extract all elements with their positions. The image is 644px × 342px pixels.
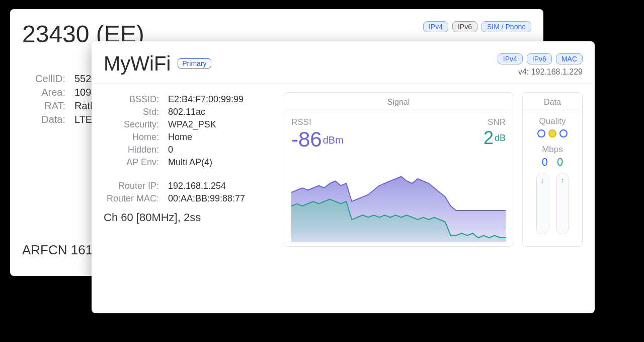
value-hidden: 0 xyxy=(168,145,173,155)
label-home: Home: xyxy=(104,132,159,143)
label-data: Data: xyxy=(22,114,65,125)
value-bssid: E2:B4:F7:00:99:99 xyxy=(168,94,244,105)
arfcn-line: ARFCN 161 xyxy=(22,242,93,258)
rssi-label: RSSI xyxy=(291,117,344,127)
label-hidden: Hidden: xyxy=(104,145,159,155)
data-panel-title: Data xyxy=(523,93,582,112)
front-tabs: IPv4 IPv6 MAC xyxy=(498,53,583,64)
label-cellid: CellID: xyxy=(22,73,65,85)
back-tabs: IPv4 IPv6 SIM / Phone xyxy=(423,21,531,32)
mbps-down-value: 0 xyxy=(542,156,548,169)
signal-panel-title: Signal xyxy=(284,93,513,112)
tab-ipv6[interactable]: IPv6 xyxy=(527,53,552,64)
mbps-label: Mbps xyxy=(523,145,582,155)
snr-label: SNR xyxy=(484,117,506,127)
rssi-value: -86dBm xyxy=(291,127,344,152)
quality-label: Quality xyxy=(523,116,582,126)
label-apenv: AP Env: xyxy=(104,157,159,168)
value-apenv: Multi AP(4) xyxy=(168,157,212,168)
wifi-detail-list: BSSID:E2:B4:F7:00:99:99 Std:802.11ac Sec… xyxy=(104,92,275,247)
arrow-down-icon: ↓ xyxy=(541,176,544,184)
mbps-up-value: 0 xyxy=(557,156,563,169)
ssid-title: MyWiFi xyxy=(104,52,171,75)
quality-dots xyxy=(523,129,582,138)
snr-value: 2dB xyxy=(484,127,506,149)
tab-mac[interactable]: MAC xyxy=(556,53,583,64)
value-std: 802.11ac xyxy=(168,107,205,117)
label-routermac: Router MAC: xyxy=(104,193,159,204)
throughput-bar-up: ↑ xyxy=(556,173,569,234)
channel-info: Ch 60 [80MHz], 2ss xyxy=(104,211,275,224)
label-security: Security: xyxy=(104,119,159,130)
label-area: Area: xyxy=(22,87,65,98)
ipv4-address: v4: 192.168.1.229 xyxy=(498,67,583,77)
value-security: WPA2_PSK xyxy=(168,119,216,130)
tab-ipv6-back[interactable]: IPv6 xyxy=(452,21,477,32)
signal-panel: Signal RSSI -86dBm SNR 2dB xyxy=(284,92,513,247)
primary-badge: Primary xyxy=(178,58,211,69)
label-bssid: BSSID: xyxy=(104,94,159,105)
quality-dot-1 xyxy=(537,129,545,138)
throughput-bar-down: ↓ xyxy=(536,173,548,234)
value-data: LTE xyxy=(74,114,92,125)
signal-chart xyxy=(291,152,506,242)
tab-sim-phone[interactable]: SIM / Phone xyxy=(481,21,531,32)
label-std: Std: xyxy=(104,107,159,117)
arrow-up-icon: ↑ xyxy=(561,176,565,184)
value-home: Home xyxy=(168,132,192,143)
tab-ipv4-back[interactable]: IPv4 xyxy=(423,21,448,32)
tab-ipv4[interactable]: IPv4 xyxy=(498,53,523,64)
data-panel: Data Quality Mbps 0 0 ↓ ↑ xyxy=(522,92,583,247)
value-routermac: 00:AA:BB:99:88:77 xyxy=(168,193,245,204)
quality-dot-2 xyxy=(548,129,556,138)
quality-dot-3 xyxy=(559,129,568,138)
label-rat: RAT: xyxy=(22,100,65,112)
divider xyxy=(92,84,595,84)
wifi-card-panel: MyWiFi Primary IPv4 IPv6 MAC v4: 192.168… xyxy=(92,41,595,313)
value-routerip: 192.168.1.254 xyxy=(168,181,226,191)
label-routerip: Router IP: xyxy=(104,181,159,191)
